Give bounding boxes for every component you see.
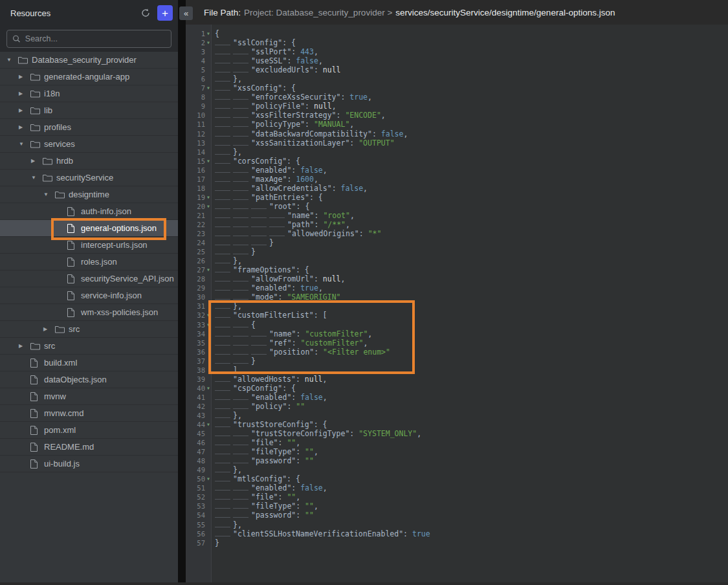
line-number[interactable]: 25 (186, 247, 212, 256)
line-number[interactable]: 10 (186, 111, 212, 120)
line-number[interactable]: 5 (186, 65, 212, 74)
tree-item-securityservice[interactable]: ▼securityService (0, 170, 178, 186)
fold-arrow-icon[interactable]: ▼ (205, 474, 212, 483)
line-number[interactable]: 1▼ (186, 29, 212, 38)
tree-item-services[interactable]: ▼services (0, 136, 178, 153)
tree-item-general-options-json[interactable]: general-options.json (0, 220, 178, 237)
tree-item-dataobjects-json[interactable]: dataObjects.json (0, 371, 178, 388)
line-number[interactable]: 6 (186, 74, 212, 83)
fold-arrow-icon[interactable]: ▼ (205, 83, 212, 93)
fold-arrow-icon[interactable]: ▼ (205, 193, 212, 202)
tree-item-wm-xss-policies-json[interactable]: wm-xss-policies.json (0, 304, 178, 321)
fold-arrow-icon[interactable]: ▼ (205, 384, 212, 393)
line-number[interactable]: 21 (186, 211, 212, 220)
line-number[interactable]: 22 (186, 220, 212, 229)
fold-arrow-icon[interactable]: ▼ (205, 29, 212, 38)
chevron-right-icon[interactable]: ▶ (19, 107, 30, 113)
line-number[interactable]: 47 (186, 447, 212, 456)
chevron-right-icon[interactable]: ▶ (19, 124, 30, 130)
fold-arrow-icon[interactable]: ▼ (205, 202, 212, 211)
chevron-down-icon[interactable]: ▼ (19, 141, 30, 147)
tree-item-pom-xml[interactable]: pom.xml (0, 422, 178, 439)
line-number[interactable]: 7▼ (186, 83, 212, 93)
chevron-right-icon[interactable]: ▶ (19, 91, 30, 96)
line-number[interactable]: 42 (186, 402, 212, 411)
chevron-right-icon[interactable]: ▶ (19, 74, 30, 80)
line-number[interactable]: 45 (186, 429, 212, 438)
tree-item-hrdb[interactable]: ▶hrdb (0, 153, 178, 170)
line-number[interactable]: 28 (186, 274, 212, 283)
tree-item-auth-info-json[interactable]: auth-info.json (0, 203, 178, 220)
tree-item-mvnw[interactable]: mvnw (0, 388, 178, 405)
tree-item-generated-angular-app[interactable]: ▶generated-angular-app (0, 69, 178, 85)
line-number[interactable]: 36 (186, 348, 212, 357)
fold-arrow-icon[interactable]: ▼ (205, 157, 212, 166)
line-number[interactable]: 19▼ (186, 193, 212, 202)
tree-item-src[interactable]: ▶src (0, 321, 178, 338)
line-number[interactable]: 29 (186, 283, 212, 292)
line-number[interactable]: 9 (186, 102, 212, 111)
line-number[interactable]: 12 (186, 129, 212, 138)
line-number[interactable]: 50▼ (186, 474, 212, 483)
line-number[interactable]: 23 (186, 229, 212, 238)
chevron-right-icon[interactable]: ▶ (31, 158, 43, 164)
tree-item-profiles[interactable]: ▶profiles (0, 119, 178, 136)
line-number[interactable]: 32▼ (186, 311, 212, 320)
tree-item-database-security-provider[interactable]: ▼Database_security_provider (0, 52, 178, 69)
line-number[interactable]: 13 (186, 138, 212, 148)
line-number[interactable]: 24 (186, 238, 212, 247)
line-number[interactable]: 16 (186, 166, 212, 175)
line-number[interactable]: 4 (186, 56, 212, 65)
collapse-panel-icon[interactable]: « (179, 6, 193, 20)
line-number[interactable]: 43 (186, 411, 212, 420)
line-number[interactable]: 39 (186, 375, 212, 384)
line-number[interactable]: 38 (186, 366, 212, 375)
tree-item-service-info-json[interactable]: service-info.json (0, 287, 178, 304)
panel-divider[interactable] (178, 0, 186, 585)
line-number[interactable]: 56 (186, 529, 212, 538)
chevron-down-icon[interactable]: ▼ (43, 192, 55, 197)
line-number[interactable]: 55 (186, 520, 212, 529)
line-number[interactable]: 49 (186, 465, 212, 474)
fold-arrow-icon[interactable]: ▼ (205, 420, 212, 429)
line-number[interactable]: 15▼ (186, 157, 212, 166)
line-number[interactable]: 34 (186, 329, 212, 338)
line-number[interactable]: 48 (186, 456, 212, 465)
tree-item-build-xml[interactable]: build.xml (0, 355, 178, 371)
line-number[interactable]: 40▼ (186, 384, 212, 393)
line-number[interactable]: 44▼ (186, 420, 212, 429)
line-number[interactable]: 37 (186, 357, 212, 366)
line-number[interactable]: 8 (186, 93, 212, 102)
chevron-right-icon[interactable]: ▶ (19, 343, 30, 349)
tree-item-mvnw-cmd[interactable]: mvnw.cmd (0, 405, 178, 422)
chevron-down-icon[interactable]: ▼ (31, 175, 43, 181)
tree-item-src[interactable]: ▶src (0, 338, 178, 355)
fold-arrow-icon[interactable]: ▼ (205, 311, 212, 320)
line-number[interactable]: 11 (186, 120, 212, 129)
chevron-down-icon[interactable]: ▼ (6, 57, 18, 63)
line-number[interactable]: 35 (186, 338, 212, 348)
chevron-right-icon[interactable]: ▶ (43, 326, 55, 332)
line-number[interactable]: 33▼ (186, 320, 212, 329)
refresh-icon[interactable] (138, 5, 153, 21)
line-number[interactable]: 30 (186, 292, 212, 302)
line-number[interactable]: 51 (186, 483, 212, 492)
fold-arrow-icon[interactable]: ▼ (205, 265, 212, 274)
fold-arrow-icon[interactable]: ▼ (205, 320, 212, 329)
line-number[interactable]: 2▼ (186, 38, 212, 47)
line-number[interactable]: 41 (186, 393, 212, 402)
line-number[interactable]: 57 (186, 538, 212, 547)
add-resource-button[interactable]: + (157, 5, 173, 21)
tree-item-roles-json[interactable]: roles.json (0, 254, 178, 270)
line-number[interactable]: 14 (186, 148, 212, 157)
line-number[interactable]: 18 (186, 184, 212, 193)
code-editor[interactable]: 1▼{2▼"sslConfig": {3"sslPort": 443,4"use… (186, 25, 728, 585)
tree-item-ui-build-js[interactable]: ui-build.js (0, 456, 178, 472)
tree-item-designtime[interactable]: ▼designtime (0, 186, 178, 203)
line-number[interactable]: 27▼ (186, 265, 212, 274)
tree-item-lib[interactable]: ▶lib (0, 102, 178, 119)
tree-item-intercept-urls-json[interactable]: intercept-urls.json (0, 237, 178, 254)
tree-item-readme-md[interactable]: README.md (0, 439, 178, 456)
fold-arrow-icon[interactable]: ▼ (205, 38, 212, 47)
search-box[interactable] (6, 30, 171, 48)
